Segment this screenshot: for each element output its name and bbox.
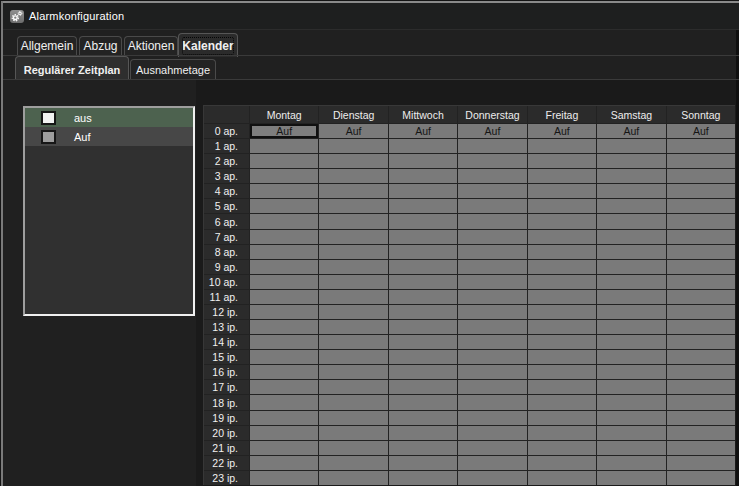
schedule-cell[interactable] xyxy=(319,456,387,470)
schedule-cell[interactable] xyxy=(528,426,596,440)
schedule-cell[interactable] xyxy=(667,230,735,244)
schedule-cell[interactable] xyxy=(597,139,665,153)
schedule-cell[interactable] xyxy=(250,411,318,425)
schedule-cell[interactable] xyxy=(389,169,457,183)
schedule-cell[interactable] xyxy=(389,456,457,470)
schedule-cell[interactable] xyxy=(389,426,457,440)
schedule-cell[interactable] xyxy=(389,320,457,334)
schedule-cell[interactable] xyxy=(389,365,457,379)
schedule-cell[interactable] xyxy=(319,411,387,425)
schedule-cell[interactable] xyxy=(250,290,318,304)
schedule-cell[interactable] xyxy=(458,230,526,244)
schedule-cell[interactable] xyxy=(667,154,735,168)
schedule-cell[interactable] xyxy=(667,441,735,455)
schedule-cell[interactable] xyxy=(389,411,457,425)
schedule-cell[interactable] xyxy=(458,350,526,364)
schedule-cell[interactable] xyxy=(319,214,387,228)
schedule-cell[interactable] xyxy=(389,350,457,364)
schedule-cell[interactable] xyxy=(528,395,596,409)
schedule-cell[interactable] xyxy=(597,275,665,289)
schedule-cell[interactable] xyxy=(667,395,735,409)
schedule-cell[interactable] xyxy=(458,395,526,409)
schedule-cell[interactable] xyxy=(319,365,387,379)
schedule-cell[interactable] xyxy=(528,275,596,289)
schedule-cell[interactable] xyxy=(458,411,526,425)
schedule-cell[interactable] xyxy=(319,245,387,259)
schedule-cell[interactable] xyxy=(319,139,387,153)
profile-row-aus[interactable]: aus xyxy=(25,108,193,127)
schedule-cell[interactable] xyxy=(528,154,596,168)
schedule-cell[interactable]: Auf xyxy=(250,124,318,138)
schedule-cell[interactable] xyxy=(458,154,526,168)
schedule-cell[interactable] xyxy=(597,471,665,485)
schedule-cell[interactable] xyxy=(528,139,596,153)
schedule-cell[interactable] xyxy=(319,441,387,455)
schedule-cell[interactable] xyxy=(667,290,735,304)
schedule-cell[interactable] xyxy=(597,169,665,183)
schedule-cell[interactable] xyxy=(319,350,387,364)
schedule-cell[interactable] xyxy=(667,411,735,425)
schedule-cell[interactable] xyxy=(667,335,735,349)
schedule-cell[interactable] xyxy=(250,199,318,213)
schedule-cell[interactable] xyxy=(597,154,665,168)
schedule-cell[interactable] xyxy=(250,426,318,440)
schedule-cell[interactable] xyxy=(667,260,735,274)
schedule-cell[interactable] xyxy=(458,199,526,213)
schedule-cell[interactable] xyxy=(667,214,735,228)
schedule-cell[interactable] xyxy=(528,350,596,364)
tab-kalender[interactable]: Kalender xyxy=(178,33,238,57)
schedule-cell[interactable] xyxy=(250,214,318,228)
schedule-cell[interactable] xyxy=(597,380,665,394)
schedule-cell[interactable] xyxy=(319,230,387,244)
schedule-cell[interactable] xyxy=(319,275,387,289)
schedule-cell[interactable] xyxy=(597,214,665,228)
schedule-cell[interactable] xyxy=(528,245,596,259)
schedule-cell[interactable] xyxy=(250,320,318,334)
schedule-cell[interactable] xyxy=(597,245,665,259)
schedule-cell[interactable] xyxy=(458,441,526,455)
schedule-cell[interactable] xyxy=(667,456,735,470)
schedule-cell[interactable] xyxy=(389,395,457,409)
schedule-cell[interactable] xyxy=(319,335,387,349)
schedule-cell[interactable] xyxy=(667,320,735,334)
schedule-cell[interactable] xyxy=(597,305,665,319)
schedule-cell[interactable] xyxy=(250,275,318,289)
schedule-cell[interactable] xyxy=(458,260,526,274)
schedule-cell[interactable] xyxy=(597,199,665,213)
schedule-cell[interactable] xyxy=(250,184,318,198)
schedule-cell[interactable] xyxy=(597,320,665,334)
schedule-cell[interactable] xyxy=(528,411,596,425)
schedule-cell[interactable] xyxy=(458,320,526,334)
schedule-cell[interactable] xyxy=(319,471,387,485)
schedule-cell[interactable] xyxy=(528,214,596,228)
schedule-cell[interactable] xyxy=(250,365,318,379)
schedule-cell[interactable] xyxy=(667,380,735,394)
schedule-cell[interactable] xyxy=(528,290,596,304)
schedule-cell[interactable] xyxy=(458,365,526,379)
schedule-cell[interactable] xyxy=(250,169,318,183)
schedule-cell[interactable] xyxy=(597,260,665,274)
schedule-cell[interactable] xyxy=(250,245,318,259)
schedule-cell[interactable] xyxy=(528,471,596,485)
schedule-cell[interactable] xyxy=(597,290,665,304)
schedule-cell[interactable] xyxy=(389,199,457,213)
schedule-cell[interactable] xyxy=(667,365,735,379)
schedule-cell[interactable]: Auf xyxy=(597,124,665,138)
schedule-cell[interactable] xyxy=(528,184,596,198)
schedule-cell[interactable] xyxy=(667,184,735,198)
schedule-cell[interactable] xyxy=(528,441,596,455)
schedule-cell[interactable] xyxy=(528,365,596,379)
schedule-cell[interactable] xyxy=(389,154,457,168)
schedule-cell[interactable] xyxy=(250,380,318,394)
schedule-cell[interactable] xyxy=(667,169,735,183)
schedule-cell[interactable] xyxy=(597,441,665,455)
schedule-cell[interactable] xyxy=(667,471,735,485)
schedule-cell[interactable] xyxy=(597,411,665,425)
schedule-cell[interactable]: Auf xyxy=(389,124,457,138)
schedule-cell[interactable] xyxy=(667,350,735,364)
schedule-cell[interactable] xyxy=(597,395,665,409)
schedule-cell[interactable] xyxy=(528,305,596,319)
schedule-cell[interactable]: Auf xyxy=(458,124,526,138)
schedule-cell[interactable] xyxy=(528,320,596,334)
schedule-cell[interactable] xyxy=(250,441,318,455)
